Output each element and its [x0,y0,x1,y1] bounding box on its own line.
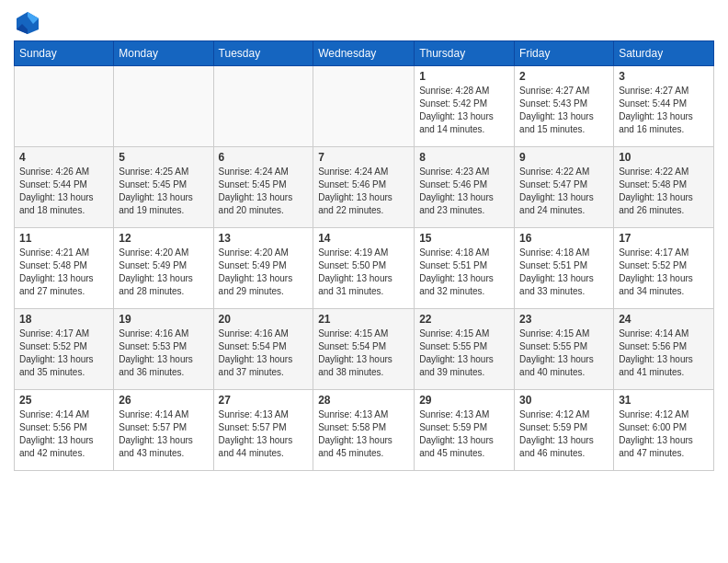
day-info: Sunrise: 4:20 AM Sunset: 5:49 PM Dayligh… [119,247,208,298]
calendar-cell [114,66,213,147]
day-info: Sunrise: 4:16 AM Sunset: 5:54 PM Dayligh… [219,327,309,379]
day-info: Sunrise: 4:13 AM Sunset: 5:57 PM Dayligh… [219,408,309,460]
calendar-cell: 7Sunrise: 4:24 AM Sunset: 5:46 PM Daylig… [313,147,415,228]
day-number: 25 [19,394,108,407]
day-number: 26 [119,394,208,407]
calendar-cell: 29Sunrise: 4:13 AM Sunset: 5:59 PM Dayli… [415,390,515,471]
day-info: Sunrise: 4:27 AM Sunset: 5:44 PM Dayligh… [619,85,709,136]
day-info: Sunrise: 4:15 AM Sunset: 5:54 PM Dayligh… [318,327,409,379]
calendar-cell: 25Sunrise: 4:14 AM Sunset: 5:56 PM Dayli… [15,390,114,471]
day-number: 17 [619,232,709,245]
day-info: Sunrise: 4:14 AM Sunset: 5:57 PM Dayligh… [119,408,208,460]
day-number: 15 [419,232,509,245]
calendar-cell: 19Sunrise: 4:16 AM Sunset: 5:53 PM Dayli… [114,309,213,390]
day-header-friday: Friday [515,41,614,66]
day-info: Sunrise: 4:19 AM Sunset: 5:50 PM Dayligh… [318,247,409,298]
calendar-cell: 8Sunrise: 4:23 AM Sunset: 5:46 PM Daylig… [415,147,515,228]
calendar-cell: 27Sunrise: 4:13 AM Sunset: 5:57 PM Dayli… [213,390,313,471]
day-number: 14 [318,232,409,245]
calendar-week-1: 1Sunrise: 4:28 AM Sunset: 5:42 PM Daylig… [15,66,714,147]
calendar-cell: 5Sunrise: 4:25 AM Sunset: 5:45 PM Daylig… [114,147,213,228]
day-number: 7 [318,151,409,164]
calendar-week-4: 18Sunrise: 4:17 AM Sunset: 5:52 PM Dayli… [15,309,714,390]
calendar-cell: 9Sunrise: 4:22 AM Sunset: 5:47 PM Daylig… [515,147,614,228]
day-info: Sunrise: 4:14 AM Sunset: 5:56 PM Dayligh… [19,408,108,460]
page-header [14,9,714,37]
day-number: 12 [119,232,208,245]
day-number: 21 [318,313,409,326]
day-number: 6 [219,151,309,164]
calendar-cell: 31Sunrise: 4:12 AM Sunset: 6:00 PM Dayli… [614,390,714,471]
calendar-cell: 23Sunrise: 4:15 AM Sunset: 5:55 PM Dayli… [515,309,614,390]
calendar-cell: 28Sunrise: 4:13 AM Sunset: 5:58 PM Dayli… [313,390,415,471]
day-header-saturday: Saturday [614,41,714,66]
day-info: Sunrise: 4:23 AM Sunset: 5:46 PM Dayligh… [419,166,509,217]
day-info: Sunrise: 4:21 AM Sunset: 5:48 PM Dayligh… [19,247,108,298]
day-number: 11 [19,232,108,245]
calendar-cell: 30Sunrise: 4:12 AM Sunset: 5:59 PM Dayli… [515,390,614,471]
day-number: 1 [419,70,509,83]
calendar-cell: 2Sunrise: 4:27 AM Sunset: 5:43 PM Daylig… [515,66,614,147]
day-header-tuesday: Tuesday [213,41,313,66]
day-number: 31 [619,394,709,407]
day-info: Sunrise: 4:18 AM Sunset: 5:51 PM Dayligh… [519,247,609,298]
calendar-cell: 26Sunrise: 4:14 AM Sunset: 5:57 PM Dayli… [114,390,213,471]
day-info: Sunrise: 4:26 AM Sunset: 5:44 PM Dayligh… [19,166,108,217]
day-number: 13 [219,232,309,245]
calendar-cell: 3Sunrise: 4:27 AM Sunset: 5:44 PM Daylig… [614,66,714,147]
calendar-cell: 15Sunrise: 4:18 AM Sunset: 5:51 PM Dayli… [415,228,515,309]
day-number: 10 [619,151,709,164]
day-info: Sunrise: 4:15 AM Sunset: 5:55 PM Dayligh… [419,327,509,379]
day-info: Sunrise: 4:15 AM Sunset: 5:55 PM Dayligh… [519,327,609,379]
day-info: Sunrise: 4:13 AM Sunset: 5:58 PM Dayligh… [318,408,409,460]
day-number: 30 [519,394,609,407]
calendar-cell: 6Sunrise: 4:24 AM Sunset: 5:45 PM Daylig… [213,147,313,228]
calendar-cell: 4Sunrise: 4:26 AM Sunset: 5:44 PM Daylig… [15,147,114,228]
calendar-cell: 11Sunrise: 4:21 AM Sunset: 5:48 PM Dayli… [15,228,114,309]
day-info: Sunrise: 4:25 AM Sunset: 5:45 PM Dayligh… [119,166,208,217]
day-number: 24 [619,313,709,326]
day-header-wednesday: Wednesday [313,41,415,66]
day-info: Sunrise: 4:13 AM Sunset: 5:59 PM Dayligh… [419,408,509,460]
day-info: Sunrise: 4:12 AM Sunset: 5:59 PM Dayligh… [519,408,609,460]
day-info: Sunrise: 4:27 AM Sunset: 5:43 PM Dayligh… [519,85,609,136]
day-number: 9 [519,151,609,164]
day-number: 8 [419,151,509,164]
day-number: 27 [219,394,309,407]
calendar-table: SundayMondayTuesdayWednesdayThursdayFrid… [14,40,714,471]
calendar-cell: 24Sunrise: 4:14 AM Sunset: 5:56 PM Dayli… [614,309,714,390]
calendar-cell: 12Sunrise: 4:20 AM Sunset: 5:49 PM Dayli… [114,228,213,309]
calendar-cell [213,66,313,147]
day-number: 2 [519,70,609,83]
calendar-cell: 10Sunrise: 4:22 AM Sunset: 5:48 PM Dayli… [614,147,714,228]
calendar-cell: 13Sunrise: 4:20 AM Sunset: 5:49 PM Dayli… [213,228,313,309]
logo [14,9,45,37]
day-info: Sunrise: 4:14 AM Sunset: 5:56 PM Dayligh… [619,327,709,379]
day-info: Sunrise: 4:24 AM Sunset: 5:45 PM Dayligh… [219,166,309,217]
calendar-week-3: 11Sunrise: 4:21 AM Sunset: 5:48 PM Dayli… [15,228,714,309]
day-number: 20 [219,313,309,326]
day-info: Sunrise: 4:16 AM Sunset: 5:53 PM Dayligh… [119,327,208,379]
day-number: 4 [19,151,108,164]
calendar-cell: 1Sunrise: 4:28 AM Sunset: 5:42 PM Daylig… [415,66,515,147]
day-info: Sunrise: 4:12 AM Sunset: 6:00 PM Dayligh… [619,408,709,460]
day-number: 23 [519,313,609,326]
day-number: 18 [19,313,108,326]
day-number: 22 [419,313,509,326]
day-number: 5 [119,151,208,164]
calendar-week-5: 25Sunrise: 4:14 AM Sunset: 5:56 PM Dayli… [15,390,714,471]
calendar-cell: 21Sunrise: 4:15 AM Sunset: 5:54 PM Dayli… [313,309,415,390]
day-number: 16 [519,232,609,245]
calendar-cell: 22Sunrise: 4:15 AM Sunset: 5:55 PM Dayli… [415,309,515,390]
calendar-cell [15,66,114,147]
day-number: 29 [419,394,509,407]
day-header-thursday: Thursday [415,41,515,66]
day-info: Sunrise: 4:20 AM Sunset: 5:49 PM Dayligh… [219,247,309,298]
day-info: Sunrise: 4:18 AM Sunset: 5:51 PM Dayligh… [419,247,509,298]
logo-icon [14,9,41,37]
day-number: 19 [119,313,208,326]
calendar-cell: 14Sunrise: 4:19 AM Sunset: 5:50 PM Dayli… [313,228,415,309]
calendar-header-row: SundayMondayTuesdayWednesdayThursdayFrid… [15,41,714,66]
calendar-cell: 16Sunrise: 4:18 AM Sunset: 5:51 PM Dayli… [515,228,614,309]
day-info: Sunrise: 4:17 AM Sunset: 5:52 PM Dayligh… [619,247,709,298]
